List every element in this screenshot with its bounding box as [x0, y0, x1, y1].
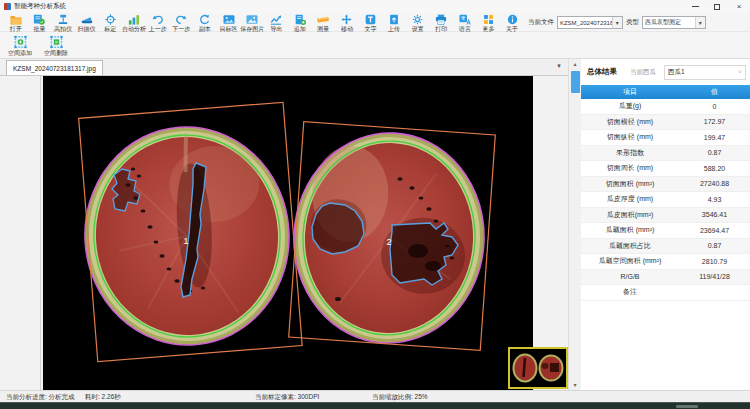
window-title: 智能考种分析系统 [14, 2, 66, 11]
thumbnail-melons [510, 349, 566, 387]
toolbar-button-prev-step[interactable]: 上一步 [146, 14, 170, 32]
table-row: 瓜皮厚度 (mm)4.93 [581, 192, 750, 208]
upload-icon [387, 14, 401, 25]
table-header: 项目 值 [581, 85, 750, 99]
batch-icon [32, 14, 46, 25]
space-toolbar: 空间添加 空间删除 [0, 33, 750, 59]
toolbar-button-batch[interactable]: 批量 [28, 14, 52, 32]
export-chart-icon [269, 14, 283, 25]
printer-icon [434, 14, 448, 25]
minimize-button[interactable] [684, 0, 706, 13]
table-row: 瓜瓤空间面积 (mm²)2810.79 [581, 254, 750, 270]
results-panel: 总体结果 当前西瓜 西瓜1 ˅ 项目 值 瓜重(g)0 切面横径 (mm)172… [581, 59, 750, 390]
table-row: 切面周长 (mm)588.20 [581, 161, 750, 177]
toolbar-button-append[interactable]: 追加 [288, 14, 312, 32]
image-canvas[interactable]: 1 [43, 76, 533, 390]
open-folder-icon [9, 14, 23, 25]
type-combobox[interactable]: 西瓜表型测定 ▾ [642, 16, 706, 29]
toolbar-button-about[interactable]: 关于 [500, 14, 524, 32]
move-arrows-icon [340, 14, 353, 25]
undo-arrow-icon [151, 14, 165, 25]
gear-icon [411, 14, 424, 25]
toolbar-button-text[interactable]: 文字 [359, 14, 383, 32]
current-melon-label: 当前西瓜 [630, 68, 656, 77]
current-melon-value: 西瓜1 [668, 68, 738, 77]
table-row: 切面纵径 (mm)199.47 [581, 130, 750, 146]
canvas-workspace: 1 [0, 76, 568, 390]
toolbar-button-duplicate[interactable]: 副本 [193, 14, 217, 32]
toolbar-button-measure[interactable]: 测量 [312, 14, 336, 32]
chevron-down-icon: ▾ [695, 17, 705, 28]
chevron-down-icon: ▾ [612, 17, 622, 28]
navigator-thumbnail[interactable] [508, 347, 568, 389]
toolbar-button-save-image[interactable]: 保存图片 [240, 14, 264, 32]
table-row: 瓜瓤面积占比0.87 [581, 239, 750, 255]
status-bar: 当前分析进度: 分析完成 耗时: 2.26秒 当前标定像素: 300DPI 当前… [0, 390, 750, 402]
scanner-icon [80, 14, 94, 25]
toolbar-button-settings[interactable]: 设置 [406, 14, 430, 32]
status-elapsed: 耗时: 2.26秒 [85, 393, 121, 402]
status-zoom: 当前缩放比例: 25% [372, 393, 428, 402]
toolbar-button-auto-analysis[interactable]: 自动分析 [122, 14, 146, 32]
status-progress: 当前分析进度: 分析完成 [6, 393, 75, 402]
more-grid-icon [482, 14, 495, 25]
close-button[interactable]: × [728, 0, 750, 13]
taskbar-clock-smudge [676, 405, 698, 408]
table-row: 切面横径 (mm)172.97 [581, 115, 750, 131]
toolbar-button-next-step[interactable]: 下一步 [170, 14, 194, 32]
title-bar: 智能考种分析系统 × [0, 0, 750, 13]
space-delete-icon [49, 35, 64, 49]
table-row: 切面面积 (mm²)27240.88 [581, 177, 750, 193]
table-row: 瓜重(g)0 [581, 99, 750, 115]
tab-bar: KZSM_20240723181317.jpg ▾ [0, 59, 568, 76]
melon1-number: 1 [183, 236, 188, 246]
toolbar-button-move[interactable]: 移动 [335, 14, 359, 32]
type-value: 西瓜表型测定 [645, 18, 695, 27]
toolbar-button-space-add[interactable]: 空间添加 [5, 35, 35, 56]
app-window: 智能考种分析系统 × 打开 批量 高拍仪 扫描仪 标定 [0, 0, 750, 409]
toolbar-button-upload[interactable]: 上传 [382, 14, 406, 32]
table-row: 瓜瓤面积 (mm²)23694.47 [581, 223, 750, 239]
tab-active-image[interactable]: KZSM_20240723181317.jpg [6, 60, 103, 75]
save-image-icon [245, 14, 259, 25]
toolbar-button-space-delete[interactable]: 空间删除 [41, 35, 71, 56]
calibration-icon [104, 14, 117, 25]
toolbar-button-target-area[interactable]: 目标区 [217, 14, 241, 32]
toolbar-button-print[interactable]: 打印 [430, 14, 454, 32]
panel-scrollbar[interactable]: ▴ ▾ [568, 59, 581, 390]
space-add-icon [13, 35, 28, 49]
doc-camera-icon [56, 14, 70, 25]
scroll-down-icon[interactable]: ▾ [569, 380, 581, 390]
toolbar-button-more[interactable]: 更多 [477, 14, 501, 32]
info-icon [506, 14, 519, 25]
table-row: 果形指数0.87 [581, 146, 750, 162]
toolbar-button-doc-camera[interactable]: 高拍仪 [51, 14, 75, 32]
toolbar-button-language[interactable]: 语言 [453, 14, 477, 32]
panel-title: 总体结果 [587, 67, 617, 77]
scrollbar-thumb[interactable] [571, 71, 580, 93]
app-logo-icon [4, 3, 11, 10]
toolbar-button-export[interactable]: 导出 [264, 14, 288, 32]
table-row: 瓜皮面积(mm²)3546.41 [581, 208, 750, 224]
toolbar-button-open[interactable]: 打开 [4, 14, 28, 32]
main-toolbar: 打开 批量 高拍仪 扫描仪 标定 自动分析 上一步 下一步 [0, 13, 750, 32]
chevron-down-icon: ˅ [738, 69, 742, 75]
toolbar-button-calibration[interactable]: 标定 [98, 14, 122, 32]
ruler-icon [316, 14, 330, 25]
header-value: 值 [679, 85, 750, 99]
canvas-left-margin [0, 76, 41, 390]
tab-list-dropdown[interactable]: ▾ [553, 62, 565, 73]
scroll-up-icon[interactable]: ▴ [569, 59, 581, 69]
current-melon-combobox[interactable]: 西瓜1 ˅ [664, 65, 746, 80]
maximize-button[interactable] [706, 0, 728, 13]
redo-arrow-icon [174, 14, 188, 25]
current-file-value: KZSM_20240723181317 [560, 20, 612, 26]
refresh-icon [198, 14, 211, 25]
current-file-combobox[interactable]: KZSM_20240723181317 ▾ [557, 16, 623, 29]
language-icon [458, 14, 472, 25]
append-doc-icon [293, 14, 307, 25]
status-dpi: 当前标定像素: 300DPI [255, 393, 319, 402]
header-item: 项目 [581, 85, 679, 99]
toolbar-button-scanner[interactable]: 扫描仪 [75, 14, 99, 32]
taskbar-strip [0, 402, 750, 409]
